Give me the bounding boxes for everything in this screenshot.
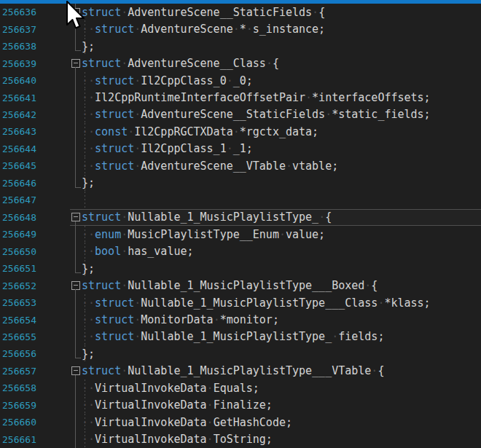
- fold-collapse-toggle[interactable]: [71, 59, 80, 68]
- code-text[interactable]: };: [82, 175, 95, 192]
- keyword-token: struct: [82, 57, 121, 70]
- line-number: 256658: [2, 380, 36, 396]
- code-token: MusicPlaylistType__Enum: [128, 228, 279, 241]
- whitespace-dots: ··: [82, 108, 95, 121]
- fold-collapse-toggle[interactable]: [71, 281, 80, 290]
- line-number: 256646: [2, 175, 36, 192]
- whitespace-dots: ·: [332, 330, 338, 343]
- whitespace-dots: ·: [266, 57, 273, 70]
- code-text[interactable]: };: [82, 345, 95, 362]
- fold-region-line: [75, 89, 76, 106]
- line-number: 256649: [2, 226, 36, 243]
- code-token: Finalize;: [214, 398, 273, 412]
- fold-region-line: [75, 72, 76, 89]
- whitespace-dots: ·: [227, 74, 233, 87]
- code-text[interactable]: struct·Nullable_1_MusicPlaylistType_·{: [82, 209, 332, 226]
- code-text[interactable]: ··VirtualInvokeData·GetHashCode;: [82, 414, 292, 431]
- whitespace-dots: ·: [246, 23, 253, 36]
- keyword-token: struct: [95, 313, 134, 326]
- code-line: 256657struct·Nullable_1_MusicPlaylistTyp…: [0, 363, 481, 380]
- code-text[interactable]: ··VirtualInvokeData·Finalize;: [82, 397, 273, 414]
- code-line: 256639struct·AdventureScene__Class·{: [0, 55, 481, 71]
- fold-region-line: [75, 311, 76, 328]
- whitespace-dots: ·: [214, 313, 220, 326]
- code-token: s_instance;: [253, 23, 325, 36]
- code-text[interactable]: ··enum·MusicPlaylistType__Enum·value;: [82, 226, 325, 243]
- code-token: Equals;: [214, 382, 259, 395]
- code-text[interactable]: ··struct·Il2CppClass_0·_0;: [82, 72, 253, 89]
- code-editor[interactable]: 256636struct·AdventureScene__StaticField…: [0, 4, 481, 448]
- fold-region-line: [75, 397, 76, 414]
- code-line: 256641··Il2CppRuntimeInterfaceOffsetPair…: [0, 89, 481, 106]
- code-text[interactable]: struct·AdventureScene__StaticFields·{: [82, 4, 325, 20]
- line-number: 256645: [2, 157, 36, 174]
- code-line: 256644··struct·Il2CppClass_1·_1;: [0, 141, 481, 157]
- line-number: 256652: [2, 277, 36, 294]
- keyword-token: struct: [82, 6, 121, 19]
- code-text[interactable]: ··struct·Nullable_1_MusicPlaylistType_·f…: [82, 329, 384, 345]
- code-token: fields;: [338, 330, 384, 343]
- code-line: 256648struct·Nullable_1_MusicPlaylistTyp…: [0, 209, 481, 226]
- code-text[interactable]: struct·AdventureScene__Class·{: [82, 55, 279, 71]
- whitespace-dots: ·: [325, 108, 332, 121]
- code-text[interactable]: struct·Nullable_1_MusicPlaylistType___VT…: [82, 363, 384, 380]
- fold-collapse-toggle[interactable]: [71, 366, 80, 375]
- whitespace-dots: ··: [82, 296, 95, 310]
- code-token: Nullable_1_MusicPlaylistType_: [141, 330, 332, 343]
- line-number: 256660: [2, 414, 36, 431]
- whitespace-dots: ·: [134, 142, 141, 155]
- line-number: 256639: [2, 55, 36, 71]
- line-number: 256654: [2, 311, 36, 328]
- mouse-cursor-icon: [66, 1, 86, 34]
- fold-region-line: [75, 345, 76, 358]
- code-token: has_value;: [128, 245, 193, 258]
- line-number: 256648: [2, 209, 36, 226]
- line-number: 256647: [2, 192, 36, 208]
- whitespace-dots: ··: [82, 160, 95, 173]
- whitespace-dots: ··: [82, 313, 95, 326]
- fold-region-line: [75, 294, 76, 311]
- whitespace-dots: ·: [207, 433, 214, 446]
- code-text[interactable]: };: [82, 38, 95, 55]
- whitespace-dots: ·: [378, 296, 384, 310]
- fold-region-line: [75, 260, 76, 272]
- code-text[interactable]: ··VirtualInvokeData·ToString;: [82, 431, 273, 448]
- code-token: Nullable_1_MusicPlaylistType___Class: [141, 296, 378, 310]
- code-token: MonitorData: [141, 313, 213, 326]
- code-text[interactable]: ··VirtualInvokeData·Equals;: [82, 380, 259, 396]
- whitespace-dots: ·: [121, 364, 128, 377]
- code-text[interactable]: ··bool·has_value;: [82, 243, 194, 259]
- code-text[interactable]: ··struct·AdventureScene__StaticFields·*s…: [82, 106, 431, 123]
- code-text[interactable]: ··struct·Nullable_1_MusicPlaylistType___…: [82, 294, 431, 311]
- fold-collapse-toggle[interactable]: [71, 213, 80, 221]
- code-text[interactable]: struct·Nullable_1_MusicPlaylistType___Bo…: [82, 277, 378, 294]
- code-text[interactable]: ··struct·MonitorData·*monitor;: [82, 311, 279, 328]
- code-token: *klass;: [384, 296, 430, 310]
- code-line: 256656};: [0, 345, 481, 362]
- code-token: Nullable_1_MusicPlaylistType_: [128, 211, 318, 224]
- code-text[interactable]: };: [82, 260, 95, 277]
- code-line: 256661··VirtualInvokeData·ToString;: [0, 431, 481, 448]
- line-number: 256641: [2, 89, 36, 106]
- code-text[interactable]: ··Il2CppRuntimeInterfaceOffsetPair·*inte…: [82, 89, 431, 106]
- whitespace-dots: ·: [233, 23, 240, 36]
- whitespace-dots: ·: [134, 74, 141, 87]
- whitespace-dots: ··: [82, 125, 95, 138]
- code-token: Il2CppClass_1: [141, 142, 226, 155]
- keyword-token: struct: [95, 160, 134, 173]
- whitespace-dots: ··: [82, 91, 95, 104]
- code-text[interactable]: ··struct·Il2CppClass_1·_1;: [82, 141, 253, 157]
- code-token: AdventureScene__VTable: [141, 160, 286, 173]
- code-token: vtable;: [292, 160, 338, 173]
- code-token: *interfaceOffsets;: [312, 91, 431, 104]
- code-text[interactable]: ··const·Il2CppRGCTXData·*rgctx_data;: [82, 123, 318, 140]
- code-text[interactable]: ··struct·AdventureScene·*·s_instance;: [82, 20, 325, 37]
- line-number: 256637: [2, 20, 36, 37]
- fold-region-line: [75, 414, 76, 431]
- code-token: Il2CppRuntimeInterfaceOffsetPair: [95, 91, 305, 104]
- line-number: 256644: [2, 141, 36, 157]
- code-token: };: [82, 262, 95, 275]
- whitespace-dots: ·: [364, 279, 371, 292]
- code-text[interactable]: ··struct·AdventureScene__VTable·vtable;: [82, 157, 338, 174]
- code-token: VirtualInvokeData: [95, 416, 207, 429]
